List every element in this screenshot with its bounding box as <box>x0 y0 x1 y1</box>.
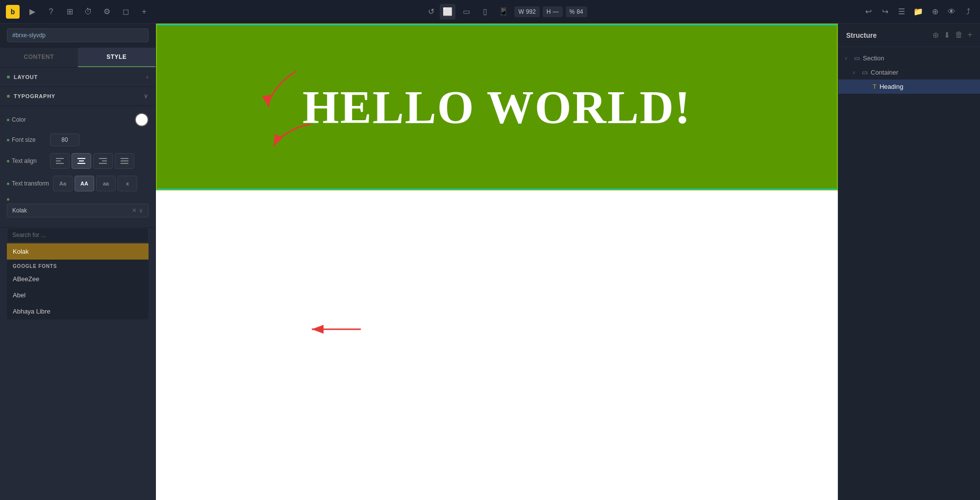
brand-logo[interactable]: b <box>6 5 20 19</box>
height-value: — <box>553 8 559 15</box>
tablet-landscape-btn[interactable]: ▭ <box>458 4 474 20</box>
align-left-btn[interactable] <box>50 153 70 169</box>
add-icon[interactable]: + <box>138 6 150 18</box>
typography-chevron: ∨ <box>144 93 149 100</box>
font-size-label: Font size <box>7 136 46 143</box>
google-fonts-header: GOOGLE FONTS <box>7 260 149 271</box>
svg-rect-2 <box>56 163 64 164</box>
svg-rect-8 <box>99 163 107 164</box>
text-align-row: Text align <box>7 153 149 169</box>
font-selector[interactable]: Kolak ✕ ∨ <box>7 204 149 217</box>
font-item-kolak[interactable]: Kolak <box>7 243 149 260</box>
canvas-area: HELLO WORLD! <box>156 24 838 500</box>
content-tab[interactable]: CONTENT <box>0 48 78 67</box>
svg-rect-10 <box>121 160 128 161</box>
tree-item-container[interactable]: ∨ ▭ Container <box>838 65 980 79</box>
refresh-icon[interactable]: ↺ <box>425 6 437 18</box>
preview-icon[interactable]: 👁 <box>946 6 957 18</box>
undo-icon[interactable]: ↩ <box>862 6 874 18</box>
wordpress-icon[interactable]: ⊕ <box>929 6 941 18</box>
width-value: 992 <box>526 8 536 15</box>
svg-rect-3 <box>77 158 85 159</box>
style-tab[interactable]: STYLE <box>78 48 156 67</box>
typography-dot <box>7 95 10 98</box>
publish-icon[interactable]: ⤴ <box>962 6 974 18</box>
font-family-dot <box>7 198 9 201</box>
help-icon[interactable]: ? <box>45 6 57 18</box>
typography-section-header[interactable]: TYPOGRAPHY ∨ <box>0 87 155 106</box>
container-expand-chevron: ∨ <box>852 70 859 75</box>
selection-line-bottom <box>157 188 837 189</box>
expand-font-icon[interactable]: ∨ <box>139 207 143 214</box>
menu-icon[interactable]: ☰ <box>896 6 907 18</box>
history-icon[interactable]: ⏱ <box>82 6 94 18</box>
align-buttons <box>50 153 134 169</box>
font-selector-row: Kolak ✕ ∨ <box>7 198 149 217</box>
delete-icon[interactable]: 🗑 <box>955 30 963 40</box>
canvas-green-section[interactable]: HELLO WORLD! <box>156 24 838 190</box>
font-size-dot <box>7 139 9 141</box>
mobile-device-btn[interactable]: 📱 <box>496 4 511 20</box>
align-center-btn[interactable] <box>72 153 91 169</box>
zoom-dimension: % 84 <box>566 6 587 17</box>
canvas-white-section <box>156 190 838 500</box>
left-panel: CONTENT STYLE LAYOUT › TYPOGRAPHY ∨ <box>0 24 156 500</box>
css-icon[interactable]: ◻ <box>120 6 131 18</box>
cursor-tool[interactable]: ▶ <box>26 6 38 18</box>
svg-rect-0 <box>56 158 64 159</box>
text-align-dot <box>7 160 9 162</box>
copy-icon[interactable]: ⊕ <box>932 30 939 40</box>
heading-label: Heading <box>879 83 903 90</box>
font-selector-value: Kolak <box>12 207 27 214</box>
download-icon[interactable]: ⬇ <box>944 30 950 40</box>
element-id-input[interactable] <box>7 28 149 42</box>
font-item-abhaya-libre[interactable]: Abhaya Libre <box>7 303 149 319</box>
tree-item-section[interactable]: ∨ ▭ Section <box>838 51 980 65</box>
svg-rect-9 <box>121 158 128 159</box>
panel-tabs: CONTENT STYLE <box>0 48 155 68</box>
pages-icon[interactable]: ⊞ <box>64 6 75 18</box>
zoom-value: 84 <box>577 8 583 15</box>
container-label: Container <box>871 69 898 76</box>
font-item-abeezee[interactable]: ABeeZee <box>7 271 149 287</box>
transform-capitalize-btn[interactable]: Aa <box>53 176 73 191</box>
right-panel: Structure ⊕ ⬇ 🗑 + ∨ ▭ Section ∨ ▭ Contai… <box>838 24 980 500</box>
align-justify-btn[interactable] <box>115 153 134 169</box>
font-size-row: Font size <box>7 133 149 146</box>
height-label: H <box>547 8 551 15</box>
font-search-input[interactable] <box>7 228 149 242</box>
color-swatch[interactable] <box>135 113 149 127</box>
transform-none-btn[interactable]: x <box>118 176 137 191</box>
font-item-abel[interactable]: Abel <box>7 287 149 303</box>
width-dimension: W 992 <box>514 6 539 17</box>
tree-item-heading[interactable]: T Heading <box>838 79 980 94</box>
canvas-heading: HELLO WORLD! <box>302 80 691 134</box>
layout-dot <box>7 76 10 79</box>
tablet-portrait-btn[interactable]: ▯ <box>477 4 493 20</box>
transform-uppercase-btn[interactable]: AA <box>75 176 94 191</box>
right-panel-actions: ⊕ ⬇ 🗑 + <box>932 30 972 40</box>
layout-section-header[interactable]: LAYOUT › <box>0 68 155 87</box>
desktop-device-btn[interactable]: ⬜ <box>440 4 455 20</box>
text-align-label: Text align <box>7 158 46 164</box>
top-toolbar: b ▶ ? ⊞ ⏱ ⚙ ◻ + ↺ ⬜ ▭ ▯ 📱 W 992 H — % 84… <box>0 0 980 24</box>
add-structure-icon[interactable]: + <box>968 30 972 40</box>
redo-icon[interactable]: ↪ <box>879 6 891 18</box>
folder-icon[interactable]: 📁 <box>912 6 924 18</box>
typography-label: TYPOGRAPHY <box>14 93 55 99</box>
color-label: Color <box>7 116 46 123</box>
color-dot <box>7 119 9 121</box>
clear-font-icon[interactable]: ✕ <box>132 207 137 214</box>
height-dimension: H — <box>543 6 563 17</box>
settings-icon[interactable]: ⚙ <box>101 6 113 18</box>
section-label: Section <box>863 54 884 62</box>
font-size-input[interactable] <box>50 133 79 146</box>
transform-lowercase-btn[interactable]: aa <box>96 176 116 191</box>
svg-rect-1 <box>56 160 61 161</box>
section-icon: ▭ <box>854 54 860 62</box>
width-label: W <box>518 8 524 15</box>
color-value <box>50 113 149 127</box>
selection-line-top <box>157 25 837 26</box>
align-right-btn[interactable] <box>93 153 113 169</box>
svg-rect-4 <box>79 160 84 161</box>
